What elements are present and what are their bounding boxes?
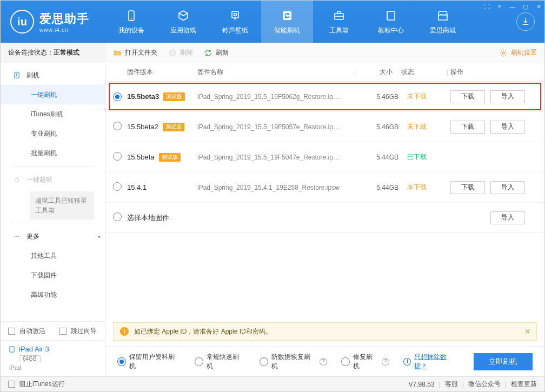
- download-button[interactable]: 下载: [450, 90, 485, 103]
- firmware-radio[interactable]: [113, 122, 122, 130]
- check-update-link[interactable]: 检查更新: [511, 380, 537, 389]
- skip-wizard-checkbox[interactable]: [59, 328, 67, 335]
- download-button[interactable]: 下载: [450, 181, 485, 194]
- sidebar-item-more[interactable]: 更多 ▾: [1, 227, 105, 246]
- nav-device[interactable]: 我的设备: [105, 1, 157, 43]
- refresh-icon: [280, 9, 294, 23]
- local-firmware-row: 选择本地固件 导入: [105, 203, 544, 233]
- refresh-button[interactable]: 刷新: [204, 48, 229, 57]
- firmware-size: 5.46GB: [364, 123, 407, 131]
- device-card[interactable]: iPad Air 3 64GB iPad: [1, 340, 105, 376]
- help-icon[interactable]: ?: [382, 358, 389, 366]
- jailbreak-moved-notice[interactable]: 越狱工具已转移至工具箱: [30, 191, 94, 220]
- beta-tag: 测试版: [159, 153, 181, 162]
- svg-point-12: [11, 350, 12, 351]
- brand-url: www.i4.cn: [39, 27, 89, 33]
- menu-icon[interactable]: ⛶: [483, 3, 490, 10]
- option-repair[interactable]: 修复刷机?: [341, 353, 389, 371]
- sidebar-item-batch-flash[interactable]: 批量刷机: [1, 143, 105, 163]
- firmware-radio[interactable]: [113, 182, 122, 191]
- sidebar-item-download-firmware[interactable]: 下载固件: [1, 265, 105, 285]
- firmware-size: 5.44GB: [364, 184, 407, 191]
- firmware-status: 未下载: [407, 92, 450, 101]
- close-icon[interactable]: ✕: [535, 3, 542, 10]
- header: iu 爱思助手 www.i4.cn 我的设备应用游戏铃声壁纸智能刷机工具箱教程中…: [1, 1, 544, 43]
- sidebar-item-pro-flash[interactable]: 专业刷机: [1, 124, 105, 143]
- nav-tools[interactable]: 工具箱: [313, 1, 365, 43]
- support-link[interactable]: 客服: [445, 380, 458, 389]
- firmware-radio[interactable]: [113, 212, 122, 221]
- option-normal[interactable]: 常规快速刷机: [195, 353, 245, 371]
- flash-icon: [12, 71, 21, 79]
- help-icon[interactable]: ?: [320, 358, 327, 366]
- import-button[interactable]: 导入: [490, 211, 525, 224]
- apps-icon: [176, 9, 190, 23]
- skip-wizard-label: 跳过向导: [71, 327, 97, 336]
- block-itunes-label: 阻止iTunes运行: [19, 380, 65, 389]
- close-notice-icon[interactable]: ✕: [524, 327, 531, 336]
- auto-activate-checkbox[interactable]: [8, 328, 15, 335]
- firmware-row: 15.5beta2测试版 iPad_Spring_2019_15.5_19F50…: [105, 112, 544, 142]
- start-flash-button[interactable]: 立即刷机: [474, 353, 533, 370]
- sidebar-item-jailbreak: 一键越狱: [1, 170, 105, 189]
- svg-point-14: [502, 52, 504, 54]
- import-button[interactable]: 导入: [490, 90, 525, 103]
- option-keep-data[interactable]: 保留用户资料刷机: [117, 353, 181, 371]
- table-header: 固件版本 固件名称 | 大小 状态 | 操作: [105, 63, 544, 82]
- apple-id-notice: ! 如已绑定 Apple ID，请准备好 Apple ID和密码。 ✕: [113, 322, 537, 341]
- sidebar-item-oneclick-flash[interactable]: 一键刷机: [1, 85, 105, 104]
- connection-status: 设备连接状态：正常模式: [1, 43, 105, 63]
- minimize-icon[interactable]: —: [509, 3, 516, 10]
- refresh-icon: [204, 49, 212, 57]
- firmware-radio[interactable]: [113, 92, 122, 101]
- sidebar-item-advanced[interactable]: 高级功能: [1, 285, 105, 304]
- firmware-filename: iPad_Spring_2019_15.5_19F5057e_Restore.i…: [197, 123, 364, 131]
- firmware-size: 5.44GB: [364, 154, 407, 161]
- flash-settings-button[interactable]: 刷机设置: [499, 48, 537, 57]
- tablet-icon: [8, 346, 16, 353]
- sidebar-item-flash[interactable]: 刷机: [1, 65, 105, 85]
- svg-point-8: [15, 236, 16, 237]
- app-version: V7.98.53: [409, 381, 435, 388]
- option-anti-loss[interactable]: 防数据恢复刷机?: [260, 353, 327, 371]
- nav-flash[interactable]: 智能刷机: [261, 1, 313, 43]
- svg-rect-7: [15, 179, 19, 182]
- firmware-row: 15.4.1 iPad_Spring_2019_15.4.1_19E258_Re…: [105, 172, 544, 203]
- music-icon: [228, 9, 242, 23]
- svg-rect-2: [232, 11, 238, 18]
- logo-icon: iu: [10, 10, 34, 34]
- flash-options: 保留用户资料刷机 常规快速刷机 防数据恢复刷机? 修复刷机? i只想抹除数据？ …: [105, 346, 544, 376]
- firmware-status: 未下载: [407, 183, 450, 192]
- folder-icon: [113, 49, 122, 57]
- more-icon: [12, 232, 21, 241]
- gear-icon: [499, 49, 508, 57]
- open-folder-button[interactable]: 打开文件夹: [113, 48, 157, 57]
- info-icon: i: [403, 358, 411, 366]
- nav-ring[interactable]: 铃声壁纸: [209, 1, 261, 43]
- nav-tutorial[interactable]: 教程中心: [365, 1, 417, 43]
- beta-tag: 测试版: [163, 92, 185, 101]
- book-icon: [384, 9, 398, 23]
- auto-activate-label: 自动激活: [19, 327, 45, 336]
- nav-store[interactable]: 爱思商城: [417, 1, 469, 43]
- block-itunes-checkbox[interactable]: [8, 381, 15, 388]
- warning-icon: !: [120, 327, 129, 336]
- beta-tag: 测试版: [163, 123, 184, 131]
- nav-apps[interactable]: 应用游戏: [157, 1, 209, 43]
- delete-button: 删除: [168, 48, 193, 57]
- maximize-icon[interactable]: ▢: [522, 3, 529, 10]
- svg-point-1: [131, 18, 132, 19]
- phone-icon: [124, 9, 138, 23]
- firmware-radio[interactable]: [113, 152, 122, 161]
- wipe-data-link[interactable]: i只想抹除数据？: [403, 353, 459, 371]
- sidebar-item-other-tools[interactable]: 其他工具: [1, 246, 105, 265]
- sidebar-item-itunes-flash[interactable]: iTunes刷机: [1, 104, 105, 124]
- import-button[interactable]: 导入: [490, 121, 525, 134]
- lock-icon: [12, 175, 21, 184]
- firmware-status: 已下载: [407, 152, 450, 162]
- list-icon[interactable]: ≡: [496, 3, 503, 10]
- wechat-link[interactable]: 微信公众号: [468, 380, 501, 389]
- download-button[interactable]: 下载: [450, 121, 485, 134]
- download-indicator-icon[interactable]: [516, 12, 535, 31]
- import-button[interactable]: 导入: [490, 181, 525, 194]
